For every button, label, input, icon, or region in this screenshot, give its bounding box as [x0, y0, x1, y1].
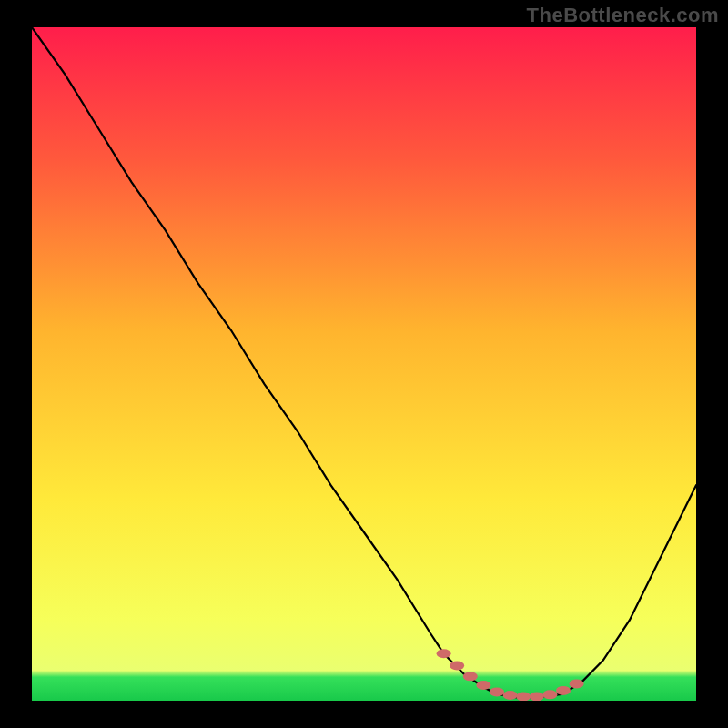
highlight-dot — [437, 649, 451, 658]
highlight-dot — [476, 681, 490, 690]
chart-frame: TheBottleneck.com — [0, 0, 728, 728]
watermark-text: TheBottleneck.com — [527, 4, 719, 27]
bottleneck-chart — [32, 27, 696, 701]
plot-area — [32, 27, 696, 701]
highlight-dot — [450, 662, 464, 671]
highlight-dot — [463, 672, 478, 681]
highlight-dot — [570, 680, 584, 689]
highlight-dot — [542, 690, 557, 699]
heat-gradient — [32, 27, 696, 701]
highlight-dot — [490, 687, 504, 696]
highlight-dot — [503, 691, 518, 700]
highlight-dot — [556, 686, 571, 695]
